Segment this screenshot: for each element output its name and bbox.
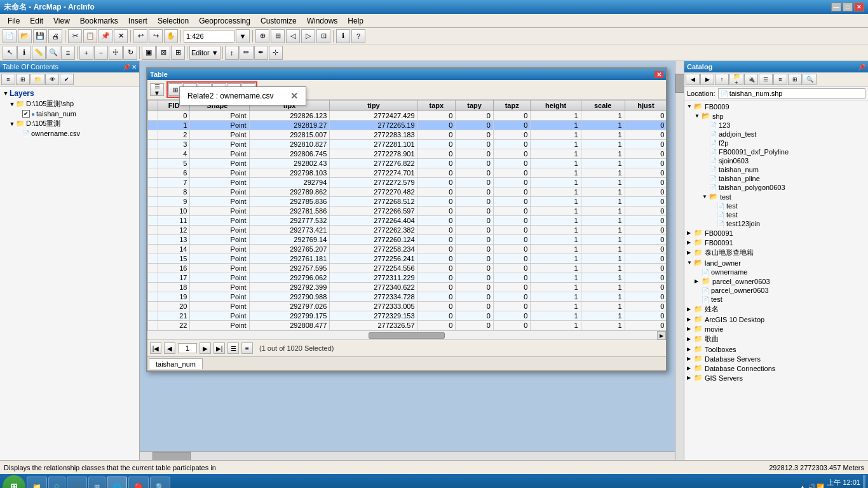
page-number-input[interactable] (178, 343, 197, 353)
expand-icon[interactable]: ▶ (687, 356, 693, 362)
catalog-tree-item[interactable]: 📄test (693, 295, 867, 304)
catalog-tree-item[interactable]: ▶📁parcel_owner0603 (693, 276, 867, 286)
save-button[interactable]: 💾 (33, 29, 47, 43)
table-row[interactable]: 19Point292790.9882772334.728000110383-36 (148, 292, 667, 302)
menu-selection[interactable]: Selection (153, 15, 194, 27)
toc-source-btn[interactable]: 📁 (31, 74, 44, 85)
nav-table-view[interactable]: ☰ (227, 342, 239, 354)
edit-tool1[interactable]: ↕ (225, 46, 239, 60)
col-header-hjust[interactable]: hjust (625, 100, 666, 111)
layer-tool[interactable]: ≡ (61, 46, 75, 60)
table-row[interactable]: 13Point292769.142772260.124000110383-36 (148, 235, 667, 245)
rotate-tool[interactable]: ↻ (123, 46, 137, 60)
layer-taishan-checkbox[interactable]: ✔ (22, 110, 30, 118)
col-header-tapy[interactable]: tapy (456, 100, 494, 111)
identify-tool2[interactable]: ℹ (17, 46, 31, 60)
taskbar-browser[interactable]: 🔴 (128, 477, 149, 488)
toc-layer-taishan[interactable]: ✔ ● taishan_num (14, 109, 138, 118)
nav-prev[interactable]: ◀ (164, 342, 175, 354)
catalog-list-btn[interactable]: ☰ (759, 74, 773, 85)
taskbar-search[interactable]: 🔍 (150, 477, 170, 488)
delete-button[interactable]: ✕ (114, 29, 128, 43)
pan-tool2[interactable]: ☩ (109, 46, 123, 60)
nav-record-view[interactable]: ≡ (241, 342, 253, 354)
catalog-tree-item[interactable]: 📄test (709, 210, 867, 219)
catalog-tree-item[interactable]: 📄addjoin_test (701, 130, 867, 139)
table-row[interactable]: 17Point292796.0622772311.229000110369-0 (148, 273, 667, 283)
col-header-tapx[interactable]: tapx (417, 100, 456, 111)
scale-input[interactable]: 1:426 (184, 30, 234, 43)
expand-icon[interactable]: ▶ (687, 346, 693, 352)
catalog-up-btn[interactable]: ↑ (715, 74, 729, 85)
menu-windows[interactable]: Windows (302, 15, 343, 27)
copy-button[interactable]: 📋 (83, 29, 97, 43)
col-header-scale[interactable]: scale (581, 100, 625, 111)
table-row[interactable]: 3Point292810.8272772281.101000110383-36 (148, 140, 667, 149)
pan-tool[interactable]: ✋ (164, 29, 178, 43)
toc-layers-btn[interactable]: ⊞ (16, 74, 30, 85)
col-header-tipy[interactable]: tipy (330, 100, 417, 111)
catalog-tree-item[interactable]: ▶📁泰山地形查地籍 (686, 247, 867, 258)
menu-edit[interactable]: Edit (25, 15, 48, 27)
catalog-tree-item[interactable]: ▶📁Database Servers (686, 354, 867, 363)
menu-view[interactable]: View (48, 15, 75, 27)
relate-popup-close-button[interactable]: ✕ (290, 91, 298, 101)
zoom-dropdown[interactable]: ▼ (236, 29, 250, 43)
catalog-tree-item[interactable]: 📄test (709, 201, 867, 210)
catalog-tree-item[interactable]: 📄ownername (693, 268, 867, 276)
taskbar-app1[interactable]: ⊞ (88, 477, 105, 488)
editor-dropdown[interactable]: Editor ▼ (189, 46, 220, 60)
nav-next[interactable]: ▶ (200, 342, 211, 354)
taskbar-arcmap[interactable]: 🌐 (107, 477, 127, 488)
back-button[interactable]: ◁ (286, 29, 300, 43)
edit-tool4[interactable]: ⊹ (269, 46, 283, 60)
expand-icon[interactable]: ▼ (702, 194, 709, 200)
table-row[interactable]: 0Point292826.1232772427.429000110368-0 (148, 111, 667, 121)
table-row[interactable]: 22Point292808.4772772326.57000110383-36 (148, 321, 667, 330)
catalog-tree-item[interactable]: 📄parcel_owner0603 (693, 286, 867, 295)
map-vscrollbar[interactable] (675, 61, 684, 460)
catalog-tree-item[interactable]: ▶📁ArcGIS 10 Desktop (686, 315, 867, 324)
table-row[interactable]: 5Point292802.432772276.822000110383-36 (148, 159, 667, 168)
forward-button[interactable]: ▷ (301, 29, 315, 43)
data-table-wrapper[interactable]: FID Shape * tipx tipy tapx tapy tapz hei… (147, 100, 666, 330)
catalog-tree-item[interactable]: ▶📁movie (686, 324, 867, 334)
toc-layers-root[interactable]: ▼ Layers (1, 88, 138, 98)
expand-icon[interactable]: ▶ (687, 316, 693, 322)
find-tool[interactable]: 🔍 (46, 46, 60, 60)
catalog-tree-item[interactable]: 📄123 (701, 121, 867, 130)
clear-sel[interactable]: ⊠ (156, 46, 170, 60)
zoom-in2[interactable]: + (79, 46, 93, 60)
table-hscrollbar[interactable]: ▶ (147, 330, 666, 339)
catalog-tree-item[interactable]: ▶📁GIS Servers (686, 373, 867, 383)
toc-sel-btn[interactable]: ✔ (60, 74, 74, 85)
zoom-out2[interactable]: − (94, 46, 108, 60)
table-row[interactable]: 12Point292773.4212772262.382000110383-36 (148, 226, 667, 235)
catalog-tree-item[interactable]: ▼📂test (701, 192, 867, 201)
taskbar-ie[interactable]: e (48, 477, 65, 488)
expand-icon[interactable]: ▶ (695, 278, 701, 284)
table-row[interactable]: 9Point292785.8362772268.512000110383-36 (148, 197, 667, 207)
zoom-in-button[interactable]: ⊕ (255, 29, 269, 43)
expand-icon[interactable]: ▶ (687, 326, 693, 332)
catalog-tree-item[interactable]: 📄sjoin0603 (701, 156, 867, 165)
nav-last[interactable]: ▶| (214, 342, 225, 354)
show-desktop-btn[interactable] (863, 475, 865, 488)
catalog-search-btn[interactable]: 🔍 (803, 74, 817, 85)
nav-first[interactable]: |◀ (150, 342, 161, 354)
catalog-tree-item[interactable]: ▶📁歌曲 (686, 334, 867, 344)
table-row[interactable]: 8Point292789.8622772270.482000110383-36 (148, 187, 667, 197)
col-header-tapz[interactable]: tapz (493, 100, 531, 111)
toc-pin-icon[interactable]: 📌 (123, 64, 130, 71)
catalog-tree-item[interactable]: 📄FB00091_dxf_Polyline (701, 147, 867, 156)
close-button[interactable]: ✕ (854, 3, 864, 11)
expand-icon[interactable]: ▶ (687, 375, 693, 381)
toc-list-btn[interactable]: ≡ (1, 74, 15, 85)
taskbar-media[interactable]: 🎵 (67, 477, 87, 488)
map-vscroll-thumb[interactable] (675, 74, 684, 93)
edit-tool3[interactable]: ✒ (254, 46, 268, 60)
expand-icon[interactable]: ▼ (687, 260, 693, 266)
catalog-tree-item[interactable]: 📄taishan_polygon0603 (701, 183, 867, 192)
minimize-button[interactable]: — (831, 3, 841, 11)
catalog-tree-item[interactable]: ▶📁姓名 (686, 304, 867, 315)
